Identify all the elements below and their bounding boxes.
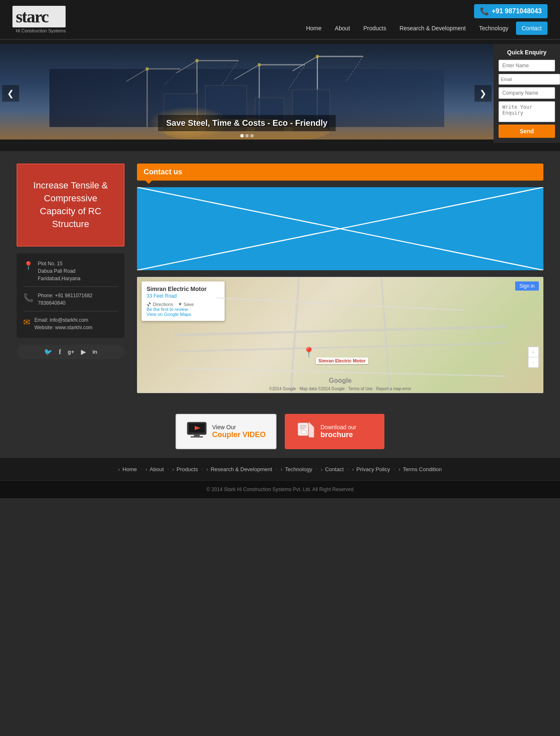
location-label: Simran Electric Motor [316, 357, 368, 364]
google-logo: Google [329, 377, 352, 384]
linkedin-icon[interactable]: in [93, 349, 98, 355]
video-cta-text: View Our Coupler VIDEO [212, 424, 266, 439]
quick-enquiry-title: Quick Enquiry [499, 49, 555, 56]
video-cta-line2: Coupler VIDEO [212, 430, 266, 439]
svg-line-29 [175, 343, 505, 352]
svg-point-23 [316, 55, 319, 58]
nav-rd[interactable]: Research & Development [394, 22, 472, 35]
svg-line-3 [164, 69, 181, 86]
promo-box: Increase Tensile & Compressive Capacity … [17, 164, 125, 247]
social-bar: 🐦 f g+ ▶ in [17, 345, 125, 359]
website-label: Website: www.starkhi.com [34, 324, 93, 331]
svg-line-15 [347, 56, 363, 81]
navigation: Home About Products Research & Developme… [300, 22, 548, 35]
footer-nav-technology: Technology [281, 466, 312, 472]
placeholder-svg [137, 187, 543, 270]
email-label: Email: info@starkhi.com [34, 316, 93, 324]
email-row: ✉ Email: info@starkhi.com Website: www.s… [23, 316, 118, 331]
brochure-cta-button[interactable]: Download our brochure [285, 414, 384, 449]
main-content: Increase Tensile & Compressive Capacity … [0, 151, 560, 406]
address-text: Plot No. 15 Dabua Pali Road Faridabad,Ha… [38, 260, 81, 282]
video-cta-line1: View Our [212, 424, 266, 430]
video-cta-button[interactable]: View Our Coupler VIDEO [176, 414, 276, 449]
phone-number: +91 9871048043 [492, 7, 542, 15]
svg-line-31 [381, 277, 390, 393]
dot-2 [245, 134, 249, 137]
hero-caption: Save Steel, Time & Costs - Eco - Friendl… [158, 115, 336, 131]
name-input[interactable] [499, 60, 555, 71]
phone-contact-icon: 📞 [23, 293, 34, 303]
footer-nav-privacy: Privacy Policy [352, 466, 390, 472]
copyright-text: © 2014 Stark Hi Construction Systems Pvt… [206, 487, 353, 492]
message-input[interactable] [499, 101, 555, 122]
slider-dots [240, 134, 254, 137]
footer-nav-contact: Contact [321, 466, 344, 472]
svg-rect-37 [194, 435, 200, 436]
svg-marker-44 [309, 422, 314, 437]
address-line1: Plot No. 15 [38, 260, 81, 267]
google-plus-icon[interactable]: g+ [68, 349, 74, 355]
map-inner: Simran Electric Motor 33 Feet Road Direc… [137, 277, 543, 393]
logo-text: starc [12, 6, 66, 27]
svg-line-32 [217, 298, 464, 311]
nav-about[interactable]: About [329, 22, 356, 35]
footer-nav-home: Home [118, 466, 137, 472]
address-row: 📍 Plot No. 15 Dabua Pali Road Faridabad,… [23, 260, 118, 287]
svg-line-7 [222, 61, 239, 86]
nav-technology[interactable]: Technology [473, 22, 514, 35]
video-icon [186, 421, 207, 442]
slider-prev-button[interactable]: ❮ [2, 85, 19, 102]
footer-bottom: © 2014 Stark Hi Construction Systems Pvt… [0, 480, 560, 498]
phone-row: 📞 Phone: +91 9811071682 7838640840 [23, 292, 118, 311]
company-input[interactable] [499, 87, 555, 99]
footer-nav-products: Products [172, 466, 198, 472]
svg-line-10 [235, 65, 259, 79]
brochure-cta-line2: brochure [320, 430, 356, 439]
slider-next-button[interactable]: ❯ [474, 85, 492, 102]
svg-line-28 [175, 327, 505, 335]
contact-info-box: 📍 Plot No. 15 Dabua Pali Road Faridabad,… [17, 253, 125, 338]
zoom-out-button[interactable]: - [528, 357, 538, 367]
send-button[interactable]: Send [499, 125, 555, 138]
address-line2: Dabua Pali Road [38, 267, 81, 275]
dot-3 [250, 134, 254, 137]
phone-badge: 📞 +91 9871048043 [474, 4, 548, 18]
svg-point-20 [146, 67, 149, 71]
email-text: Email: info@starkhi.com Website: www.sta… [34, 316, 93, 331]
footer-nav-rd: Research & Development [206, 466, 272, 472]
email-mobile-row [499, 74, 555, 85]
hero-image: Save Steel, Time & Costs - Eco - Friendl… [0, 44, 494, 139]
hero-section: Save Steel, Time & Costs - Eco - Friendl… [0, 40, 560, 151]
footer-nav-about: About [145, 466, 164, 472]
email-input[interactable] [499, 74, 560, 85]
nav-home[interactable]: Home [300, 22, 327, 35]
address-line3: Faridabad,Haryana [38, 275, 81, 282]
svg-line-2 [127, 69, 147, 81]
facebook-icon[interactable]: f [59, 348, 61, 356]
cta-section: View Our Coupler VIDEO Download our broc… [0, 406, 560, 457]
brochure-cta-line1: Download our [320, 424, 356, 430]
logo-tagline: Hi Construction Systems [16, 28, 66, 33]
phone-label: Phone: +91 9811071682 [38, 292, 93, 299]
phone2: 7838640840 [38, 299, 93, 307]
location-icon: 📍 [23, 261, 34, 271]
svg-rect-43 [301, 430, 306, 434]
header-right: 📞 +91 9871048043 Home About Products Res… [300, 4, 548, 35]
svg-rect-38 [191, 436, 203, 438]
logo: starc Hi Construction Systems [12, 6, 66, 33]
phone-text: Phone: +91 9811071682 7838640840 [38, 292, 93, 307]
hero-slider: Save Steel, Time & Costs - Eco - Friendl… [0, 44, 494, 143]
svg-line-14 [293, 56, 318, 71]
svg-point-22 [258, 63, 261, 66]
map-placeholder [137, 187, 543, 270]
left-column: Increase Tensile & Compressive Capacity … [17, 164, 125, 393]
nav-contact[interactable]: Contact [516, 22, 548, 35]
contact-us-banner: Contact us [137, 164, 543, 181]
svg-line-30 [291, 277, 299, 393]
svg-line-33 [175, 368, 505, 376]
nav-products[interactable]: Products [357, 22, 392, 35]
phone-icon: 📞 [480, 7, 489, 16]
twitter-icon[interactable]: 🐦 [44, 348, 52, 356]
youtube-icon[interactable]: ▶ [81, 348, 86, 356]
zoom-in-button[interactable]: + [528, 347, 538, 357]
